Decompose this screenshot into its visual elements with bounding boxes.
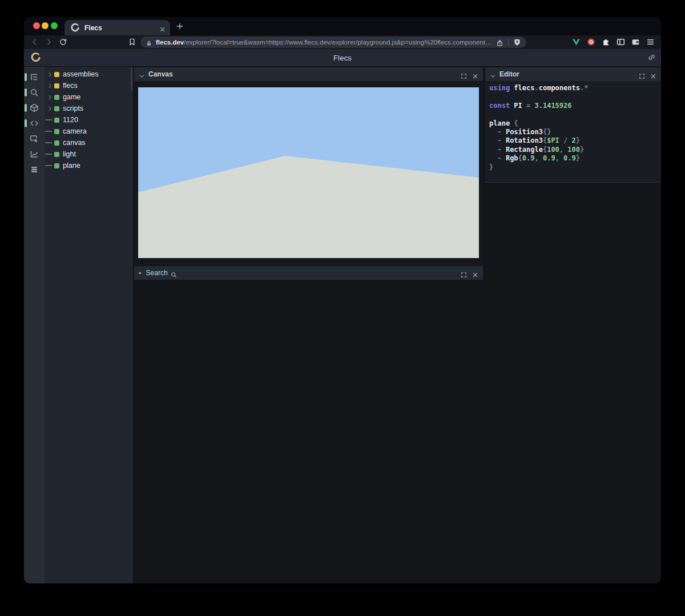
- search-icon: [30, 88, 39, 97]
- reload-button[interactable]: [59, 38, 67, 46]
- sidebar-icon-rail: [24, 67, 45, 583]
- menu-icon[interactable]: [646, 37, 655, 47]
- tree-item-plane[interactable]: plane: [45, 160, 133, 171]
- new-tab-button[interactable]: [176, 22, 184, 30]
- bookmark-icon[interactable]: [128, 38, 136, 46]
- hierarchy-icon: [30, 73, 39, 82]
- back-button[interactable]: [30, 38, 39, 46]
- active-indicator: [25, 119, 27, 127]
- tab-title: Flecs: [84, 24, 159, 32]
- tree-item-label: 1120: [63, 116, 78, 124]
- fullscreen-icon[interactable]: [461, 270, 467, 276]
- tree-item-scripts[interactable]: scripts: [45, 103, 133, 114]
- tree-item-camera[interactable]: camera: [45, 126, 133, 137]
- browser-window: Flecs flecs.dev /explorer/?local=true&wa…: [24, 17, 661, 583]
- sidebar-button-inspector[interactable]: [24, 131, 45, 146]
- tree-item-label: flecs: [63, 82, 78, 90]
- sidebar-button-chart[interactable]: [24, 146, 45, 162]
- vue-devtools-icon[interactable]: [571, 37, 581, 47]
- expand-chevron-icon[interactable]: [46, 70, 53, 78]
- leaf-dash-icon: [46, 116, 53, 124]
- share-icon[interactable]: [496, 39, 503, 46]
- entity-color-square: [54, 118, 59, 123]
- url-domain: flecs.dev: [156, 39, 184, 46]
- flecs-logo-icon: [70, 23, 80, 33]
- 3d-viewport[interactable]: [138, 87, 479, 258]
- page-title: Flecs: [24, 54, 661, 62]
- lock-icon: [146, 39, 152, 46]
- canvas-panel-title: Canvas: [148, 70, 173, 78]
- leaf-dash-icon: [46, 162, 53, 170]
- tab-close-icon[interactable]: [159, 25, 166, 31]
- traffic-zoom-button[interactable]: [51, 22, 58, 29]
- expand-chevron-icon[interactable]: [46, 104, 53, 112]
- sidebar-button-hierarchy[interactable]: [24, 69, 45, 84]
- entity-color-square: [54, 95, 59, 100]
- tree-item-label: game: [63, 93, 80, 101]
- close-icon[interactable]: [472, 270, 478, 276]
- code-content[interactable]: using flecs.components.* const PI = 3.14…: [489, 84, 657, 172]
- tree-item-game[interactable]: game: [45, 91, 133, 103]
- leaf-dash-icon: [46, 139, 53, 147]
- url-path: /explorer/?local=true&wasm=https://www.f…: [184, 39, 493, 46]
- link-icon[interactable]: [647, 53, 656, 62]
- close-icon[interactable]: [650, 71, 656, 78]
- extension-red-icon[interactable]: [586, 37, 596, 47]
- code-editor[interactable]: using flecs.components.* const PI = 3.14…: [485, 81, 661, 183]
- tree-item-light[interactable]: light: [45, 148, 133, 160]
- expand-chevron-icon[interactable]: [46, 93, 53, 101]
- inspector-icon: [30, 134, 39, 143]
- entity-color-square: [54, 129, 59, 134]
- fullscreen-icon[interactable]: [461, 71, 467, 78]
- sidebar-button-search[interactable]: [24, 84, 45, 100]
- tree-scrollbar[interactable]: [131, 68, 132, 91]
- tree-item-label: light: [63, 150, 76, 158]
- puzzle-icon[interactable]: [601, 37, 611, 47]
- leaf-dash-icon: [46, 127, 53, 135]
- entity-color-square: [54, 106, 59, 111]
- browser-toolbar: flecs.dev /explorer/?local=true&wasm=htt…: [24, 35, 661, 49]
- tree-item-1120[interactable]: 1120: [45, 114, 133, 126]
- code-icon: [30, 119, 39, 128]
- wallet-icon[interactable]: [631, 37, 640, 47]
- tree-item-flecs[interactable]: flecs: [45, 80, 133, 91]
- canvas-panel-body: [134, 81, 483, 265]
- url-bar[interactable]: flecs.dev /explorer/?local=true&wasm=htt…: [140, 37, 526, 48]
- brave-shield-icon[interactable]: [513, 38, 521, 46]
- entity-color-square: [54, 152, 59, 157]
- search-input[interactable]: Search: [146, 269, 168, 277]
- screenshot: Flecs flecs.dev /explorer/?local=true&wa…: [0, 0, 685, 616]
- tree-item-label: assemblies: [63, 70, 99, 78]
- sidebar-toggle-icon[interactable]: [616, 37, 626, 47]
- search-panel-header[interactable]: • Search: [134, 266, 483, 280]
- sidebar-button-rows[interactable]: [24, 162, 45, 177]
- entity-color-square: [54, 72, 59, 77]
- entity-color-square: [54, 163, 59, 168]
- editor-panel-title: Editor: [499, 70, 519, 78]
- extension-icons: [571, 37, 655, 47]
- tree-item-canvas[interactable]: canvas: [45, 137, 133, 148]
- tree-item-label: camera: [63, 127, 87, 135]
- fullscreen-icon[interactable]: [639, 71, 645, 78]
- active-indicator: [25, 88, 27, 96]
- chevron-down-icon[interactable]: [139, 71, 145, 78]
- sidebar-button-code[interactable]: [24, 115, 45, 131]
- search-icon: [171, 270, 177, 276]
- tree-item-label: scripts: [63, 104, 83, 112]
- traffic-minimize-button[interactable]: [42, 22, 49, 29]
- active-indicator: [25, 73, 27, 81]
- sidebar-button-cube[interactable]: [24, 100, 45, 115]
- browser-tab[interactable]: Flecs: [65, 20, 170, 35]
- forward-button[interactable]: [45, 38, 53, 46]
- tree-item-assemblies[interactable]: assemblies: [45, 69, 133, 80]
- chart-icon: [30, 150, 39, 159]
- traffic-close-button[interactable]: [33, 22, 40, 29]
- entity-tree-panel: assembliesflecsgamescripts1120cameracanv…: [45, 67, 133, 583]
- rows-icon: [30, 165, 39, 174]
- bullet-icon: •: [139, 269, 142, 277]
- chevron-down-icon[interactable]: [490, 71, 496, 78]
- app-header: Flecs: [24, 49, 661, 67]
- close-icon[interactable]: [472, 71, 478, 78]
- url-divider: [508, 39, 509, 46]
- expand-chevron-icon[interactable]: [46, 82, 53, 90]
